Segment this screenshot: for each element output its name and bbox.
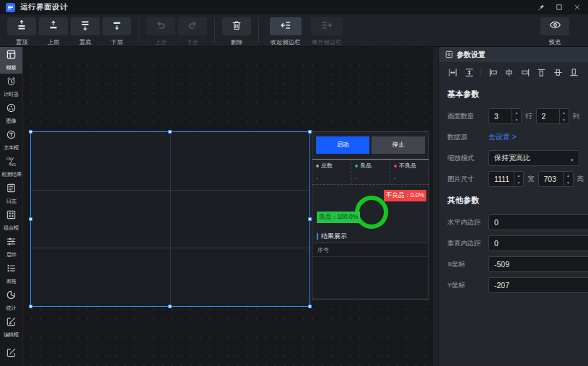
h-padding-field: 水平内边距 — [447, 214, 579, 230]
h-padding-input[interactable] — [489, 215, 588, 230]
resize-handle[interactable] — [29, 130, 32, 134]
start-button[interactable]: 启动 — [316, 136, 369, 154]
result-table-widget: 序号 — [313, 243, 428, 298]
rows-input[interactable] — [489, 109, 512, 123]
inspector-header: 参数设置 — [439, 47, 588, 62]
x-coord-input[interactable] — [489, 257, 588, 271]
h-padding-numbox — [488, 214, 588, 230]
sliders-icon — [6, 236, 17, 250]
sidebar-item-log[interactable]: 日志 — [0, 180, 22, 207]
timer-icon — [6, 76, 17, 90]
width-numbox — [488, 171, 524, 187]
align-left-icon[interactable] — [488, 68, 498, 77]
resize-handle[interactable] — [308, 305, 312, 308]
log-icon — [6, 183, 17, 196]
sidebar-item-combobox[interactable]: 组合框 — [0, 207, 22, 234]
step-down-icon[interactable] — [560, 116, 569, 123]
good-dot-icon — [355, 165, 358, 167]
screen-count-field: 画面数量 行 列 — [447, 108, 579, 124]
go-setup-link[interactable]: 去设置 > — [488, 132, 517, 142]
edit-icon — [6, 316, 17, 330]
resize-handle[interactable] — [168, 305, 172, 308]
send-to-back-button[interactable]: 置底 — [69, 17, 101, 47]
width-input[interactable] — [489, 172, 514, 186]
delete-button[interactable]: 删除 — [221, 17, 253, 47]
stop-button[interactable]: 停止 — [372, 136, 425, 154]
design-canvas[interactable]: 启动 停止 总数 - 良品 - 不良品 - — [23, 47, 433, 366]
window-title: 运行界面设计 — [20, 2, 537, 12]
align-right-icon[interactable] — [521, 68, 530, 77]
cols-stepper[interactable] — [559, 109, 569, 123]
other-params-title: 其他参数 — [447, 195, 579, 206]
sidebar-item-template[interactable]: 模板 — [0, 47, 22, 74]
sidebar-item-statistics[interactable]: 统计 — [0, 287, 22, 314]
height-input[interactable] — [539, 172, 563, 186]
redo-button[interactable]: 下步 — [177, 17, 209, 47]
width-stepper[interactable] — [514, 172, 523, 186]
edit-icon — [6, 347, 17, 361]
toolbar: 置顶 上层 置底 下层 上步 — [0, 14, 588, 47]
redo-icon — [187, 19, 198, 34]
sidebar-item-timer[interactable]: 计时器 — [0, 74, 22, 100]
move-layer-down-button[interactable]: 下层 — [101, 17, 133, 47]
y-coord-input[interactable] — [489, 278, 588, 292]
runtime-widget-panel[interactable]: 启动 停止 总数 - 良品 - 不良品 - — [312, 131, 429, 300]
defect-rate-badge: 不良品：0.0% — [384, 190, 426, 201]
align-toolbar — [439, 62, 588, 79]
resize-handle[interactable] — [29, 217, 32, 221]
move-layer-up-button[interactable]: 上层 — [38, 17, 69, 47]
template-cell — [171, 132, 310, 190]
cols-input[interactable] — [537, 109, 559, 123]
resize-handle[interactable] — [29, 305, 32, 308]
align-middle-vertical-icon[interactable] — [553, 68, 563, 77]
sidebar-item-start-stop[interactable]: 启停 — [0, 234, 22, 261]
combo-grid-icon — [6, 209, 17, 223]
height-numbox — [538, 171, 574, 187]
defect-dot-icon — [394, 165, 397, 167]
scale-mode-select[interactable]: 保持宽高比 — [488, 150, 579, 166]
template-widget-selection[interactable] — [30, 131, 310, 307]
step-down-icon[interactable] — [514, 179, 523, 186]
close-icon[interactable] — [574, 4, 581, 11]
sidebar-item-image[interactable]: 图像 — [0, 100, 22, 127]
sidebar-item-textbox[interactable]: 文本框 — [0, 127, 22, 154]
step-down-icon[interactable] — [512, 116, 521, 123]
align-bottom-icon[interactable] — [569, 68, 579, 77]
sidebar-item-detect-result[interactable]: OKNG 检测结果 — [0, 154, 22, 180]
stat-defect: 不良品 - — [390, 160, 429, 184]
pin-icon[interactable] — [537, 4, 545, 12]
sidebar-item-editbox[interactable]: 编辑框 — [0, 314, 22, 341]
collapse-sidebar-button[interactable]: 收起侧边栏 — [265, 17, 306, 47]
x-coord-numbox — [488, 256, 588, 272]
height-stepper[interactable] — [563, 172, 573, 186]
distribute-vertical-icon[interactable] — [465, 68, 474, 77]
sidebar-item-table[interactable]: 表格 — [0, 261, 22, 287]
step-down-icon[interactable] — [564, 179, 573, 186]
align-top-icon[interactable] — [537, 68, 546, 77]
sidebar-item-more[interactable] — [0, 341, 22, 366]
v-padding-input[interactable] — [489, 236, 588, 250]
chevron-down-icon — [570, 152, 574, 165]
send-to-back-icon — [79, 19, 91, 34]
step-up-icon[interactable] — [560, 109, 569, 116]
step-up-icon[interactable] — [514, 172, 523, 179]
canvas-scrollbar[interactable] — [433, 47, 438, 366]
table-header-index: 序号 — [313, 243, 428, 257]
expand-sidebar-button[interactable]: 展开侧边栏 — [306, 17, 347, 47]
align-center-horizontal-icon[interactable] — [504, 68, 514, 77]
resize-handle[interactable] — [168, 130, 172, 134]
distribute-horizontal-icon[interactable] — [448, 68, 457, 77]
template-icon — [6, 49, 17, 63]
template-cell — [31, 248, 170, 306]
rows-stepper[interactable] — [512, 109, 521, 123]
maximize-icon[interactable] — [556, 4, 563, 11]
bring-to-front-icon — [16, 19, 27, 34]
step-up-icon[interactable] — [512, 109, 521, 116]
bring-to-front-button[interactable]: 置顶 — [6, 17, 38, 47]
toolbar-separator — [481, 69, 481, 77]
pie-chart-icon — [6, 289, 17, 303]
eye-icon — [549, 19, 561, 34]
step-up-icon[interactable] — [564, 172, 573, 179]
undo-button[interactable]: 上步 — [145, 17, 177, 47]
preview-button[interactable]: 预览 — [539, 17, 571, 47]
